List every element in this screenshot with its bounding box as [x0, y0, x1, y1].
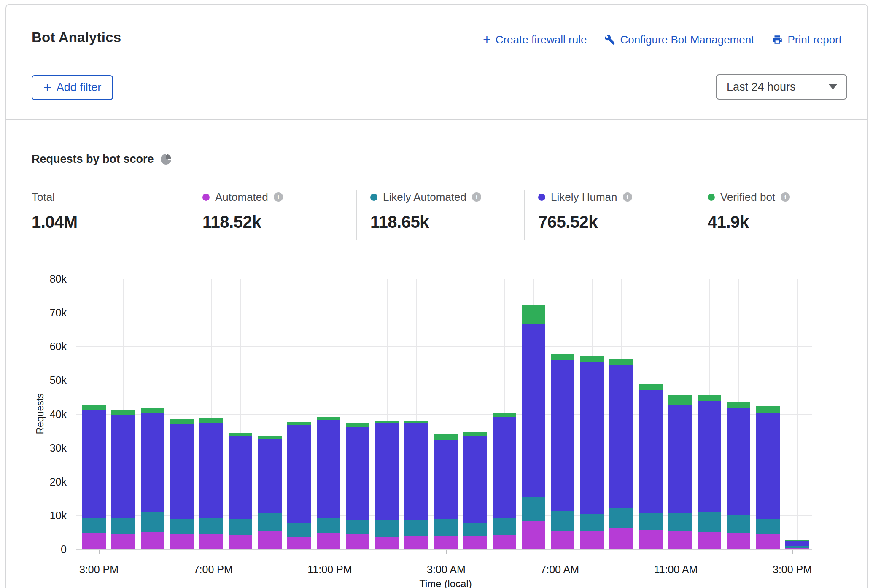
bar-segment-likely-automated[interactable] [493, 518, 516, 535]
info-icon[interactable]: i [472, 192, 481, 202]
stacked-bar[interactable] [727, 279, 750, 549]
stacked-bar[interactable] [785, 279, 809, 549]
bar-segment-likely-automated[interactable] [551, 511, 574, 531]
bar-segment-likely-automated[interactable] [82, 518, 106, 533]
bar-segment-automated[interactable] [375, 537, 399, 549]
bar-segment-likely-human[interactable] [170, 424, 194, 519]
bar-segment-automated[interactable] [493, 535, 516, 549]
stacked-bar[interactable] [258, 279, 282, 549]
stacked-bar[interactable] [609, 279, 633, 549]
bar-segment-automated[interactable] [404, 536, 428, 549]
bar-segment-verified-bot[interactable] [317, 417, 340, 420]
bar-segment-likely-automated[interactable] [580, 514, 604, 531]
bar-segment-likely-automated[interactable] [609, 508, 633, 528]
bar-segment-automated[interactable] [346, 534, 369, 549]
bar-segment-likely-automated[interactable] [727, 515, 750, 532]
bar-segment-likely-automated[interactable] [639, 513, 663, 530]
bar-segment-verified-bot[interactable] [463, 432, 487, 436]
bar-segment-likely-automated[interactable] [287, 523, 311, 537]
bar-segment-verified-bot[interactable] [698, 395, 721, 401]
bar-segment-likely-human[interactable] [141, 413, 164, 512]
print-report-link[interactable]: Print report [772, 33, 842, 46]
bar-segment-likely-automated[interactable] [229, 519, 252, 535]
bar-segment-verified-bot[interactable] [668, 395, 692, 405]
bar-segment-likely-automated[interactable] [141, 512, 164, 532]
bar-segment-likely-automated[interactable] [346, 520, 369, 534]
bar-segment-verified-bot[interactable] [141, 408, 164, 413]
stacked-bar[interactable] [522, 279, 545, 549]
bar-segment-likely-human[interactable] [229, 436, 252, 519]
stacked-bar[interactable] [317, 279, 340, 549]
bar-segment-likely-human[interactable] [346, 427, 369, 520]
bar-segment-verified-bot[interactable] [727, 402, 750, 408]
bar-segment-likely-human[interactable] [375, 423, 399, 519]
bar-segment-verified-bot[interactable] [580, 356, 604, 362]
bar-segment-automated[interactable] [639, 530, 663, 549]
bar-segment-likely-automated[interactable] [317, 518, 340, 534]
bar-segment-likely-human[interactable] [404, 423, 428, 520]
time-range-dropdown[interactable]: Last 24 hours [716, 74, 847, 100]
bar-segment-verified-bot[interactable] [551, 354, 574, 360]
stacked-bar[interactable] [493, 279, 516, 549]
stacked-bar[interactable] [287, 279, 311, 549]
bar-segment-likely-human[interactable] [82, 410, 106, 518]
stacked-bar[interactable] [82, 279, 106, 549]
configure-bot-management-link[interactable]: Configure Bot Management [604, 33, 754, 46]
bar-segment-automated[interactable] [141, 532, 164, 549]
bar-segment-automated[interactable] [522, 521, 545, 549]
bar-segment-automated[interactable] [199, 534, 223, 549]
bar-segment-verified-bot[interactable] [639, 384, 663, 390]
info-icon[interactable]: i [274, 192, 283, 202]
bar-segment-likely-human[interactable] [522, 324, 545, 497]
bar-segment-likely-human[interactable] [199, 423, 223, 518]
stacked-bar[interactable] [756, 279, 780, 549]
bar-segment-verified-bot[interactable] [522, 305, 545, 324]
stacked-bar[interactable] [551, 279, 574, 549]
bar-segment-verified-bot[interactable] [170, 419, 194, 424]
stacked-bar[interactable] [141, 279, 164, 549]
stacked-bar[interactable] [463, 279, 487, 549]
bar-segment-verified-bot[interactable] [82, 405, 106, 410]
stacked-bar[interactable] [229, 279, 252, 549]
bar-segment-verified-bot[interactable] [111, 410, 135, 415]
bar-segment-automated[interactable] [317, 533, 340, 549]
bar-segment-likely-automated[interactable] [404, 520, 428, 536]
bar-segment-likely-human[interactable] [609, 365, 633, 509]
bar-segment-likely-human[interactable] [639, 390, 663, 513]
bar-segment-automated[interactable] [727, 533, 750, 549]
bar-segment-likely-human[interactable] [287, 425, 311, 523]
bar-segment-likely-automated[interactable] [463, 523, 487, 536]
bar-segment-verified-bot[interactable] [493, 413, 516, 417]
bar-segment-automated[interactable] [756, 534, 780, 549]
stacked-bar[interactable] [170, 279, 194, 549]
bar-segment-verified-bot[interactable] [199, 418, 223, 423]
bar-segment-likely-automated[interactable] [698, 512, 721, 532]
bar-segment-likely-human[interactable] [580, 362, 604, 514]
bar-segment-likely-human[interactable] [727, 408, 750, 515]
bar-segment-likely-human[interactable] [551, 360, 574, 512]
bar-segment-likely-human[interactable] [317, 420, 340, 518]
bar-segment-likely-human[interactable] [698, 401, 721, 512]
bar-segment-likely-automated[interactable] [258, 513, 282, 531]
bar-segment-likely-human[interactable] [434, 440, 458, 519]
bar-segment-automated[interactable] [698, 532, 721, 549]
bar-segment-automated[interactable] [111, 534, 135, 549]
stacked-bar[interactable] [668, 279, 692, 549]
bar-segment-likely-automated[interactable] [111, 518, 135, 534]
bar-segment-likely-human[interactable] [111, 415, 135, 518]
bar-segment-likely-automated[interactable] [522, 497, 545, 521]
bar-segment-automated[interactable] [229, 535, 252, 549]
bar-segment-verified-bot[interactable] [229, 433, 252, 436]
bar-segment-verified-bot[interactable] [287, 422, 311, 425]
bar-segment-likely-automated[interactable] [756, 519, 780, 534]
bar-segment-likely-human[interactable] [258, 439, 282, 513]
stacked-bar[interactable] [639, 279, 663, 549]
bar-segment-automated[interactable] [463, 536, 487, 549]
add-filter-button[interactable]: + Add filter [32, 75, 113, 100]
bar-segment-automated[interactable] [580, 531, 604, 549]
bar-segment-verified-bot[interactable] [756, 406, 780, 413]
bar-segment-likely-human[interactable] [668, 405, 692, 513]
bar-segment-automated[interactable] [258, 531, 282, 549]
bar-segment-likely-automated[interactable] [199, 518, 223, 534]
create-firewall-rule-link[interactable]: + Create firewall rule [483, 33, 587, 46]
